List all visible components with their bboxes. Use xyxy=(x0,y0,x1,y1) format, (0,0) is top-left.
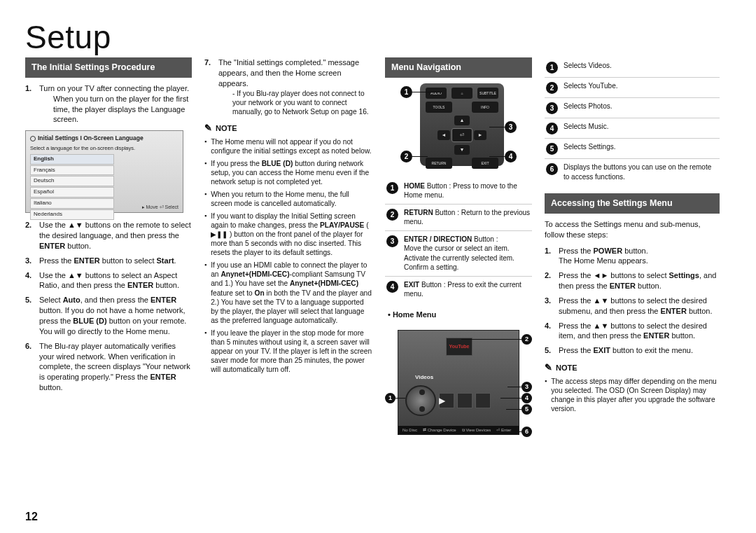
dpad-right-icon: ► xyxy=(474,130,486,140)
callout-4: 4 xyxy=(505,151,517,162)
step-text: The "Initial settings completed." messag… xyxy=(218,58,359,88)
note-item: If you leave the player in the stop mode… xyxy=(204,328,372,374)
remote-desc-row: 4EXIT Button : Press to exit the current… xyxy=(385,277,532,303)
home-menu-heading: • Home Menu xyxy=(388,310,532,320)
page-title: Setup xyxy=(25,18,731,56)
step-6: 6.The Blu-ray player automatically verif… xyxy=(25,341,192,393)
note-icon: ✎ xyxy=(545,361,552,374)
note-label: NOTE xyxy=(556,363,578,373)
home-strip xyxy=(405,384,512,417)
legend-number: 4 xyxy=(546,123,558,134)
step-text: Press the ◄► buttons to select Settings,… xyxy=(559,270,720,291)
home-screen-mock: YouTube Videos ▶ No Disc ⇄ Change Device… xyxy=(398,330,519,435)
callout-1: 1 xyxy=(400,86,412,98)
language-screenshot: Initial Settings I On-Screen LanguageSel… xyxy=(25,130,183,213)
callout-2: 2 xyxy=(400,151,412,162)
lang-option: Español xyxy=(30,187,114,198)
callout-3: 3 xyxy=(505,121,517,133)
bar-view: ⧉ View Devices xyxy=(462,427,491,433)
lang-option: Deutsch xyxy=(30,176,114,186)
dpad-down-icon: ▼ xyxy=(454,145,470,155)
note-label: NOTE xyxy=(216,123,237,134)
col-initial-settings: The Initial Settings Procedure 1.Turn on… xyxy=(25,57,192,446)
access-step-3: 3.Press the ▲▼ buttons to select the des… xyxy=(545,296,720,317)
step-subtext: - If you Blu-ray player does not connect… xyxy=(232,89,372,117)
desc-text: EXIT Button : Press to exit the current … xyxy=(404,280,531,299)
note-heading-2: ✎ NOTE xyxy=(545,361,720,374)
desc-number: 4 xyxy=(386,281,398,293)
legend-row: 2Selects YouTube. xyxy=(545,78,720,98)
desc-text: HOME Button : Press to move to the Home … xyxy=(404,181,531,200)
desc-number: 1 xyxy=(386,182,398,194)
step-number: 5. xyxy=(25,295,35,336)
note-item: If you want to display the Initial Setti… xyxy=(204,212,372,257)
legend-row: 5Selects Settings. xyxy=(545,139,720,159)
step-text: Press the EXIT button to exit the menu. xyxy=(559,345,693,356)
videos-label: Videos xyxy=(415,374,433,382)
note-heading: ✎ NOTE xyxy=(204,122,372,134)
step-2: 2.Use the ▲▼ buttons on the remote to se… xyxy=(25,220,192,251)
band-initial-settings: The Initial Settings Procedure xyxy=(25,57,192,78)
notes-list: The Home menu will not appear if you do … xyxy=(204,137,372,374)
band-accessing-settings: Accessing the Settings Menu xyxy=(545,193,720,214)
col-accessing-settings: 1Selects Videos.2Selects YouTube.3Select… xyxy=(545,57,720,446)
step-number: 1. xyxy=(25,83,35,125)
dpad-up-icon: ▲ xyxy=(454,116,470,125)
step-text: Press the ENTER button to select Start. xyxy=(39,256,176,265)
legend-text: Selects Music. xyxy=(564,122,608,132)
step-number: 3. xyxy=(545,296,554,317)
settings-thumb xyxy=(475,393,491,408)
access-step-2: 2.Press the ◄► buttons to select Setting… xyxy=(545,270,720,291)
home-menu-diagram: YouTube Videos ▶ No Disc ⇄ Change Device… xyxy=(385,323,532,446)
legend-number: 2 xyxy=(546,82,558,94)
remote-btn-exit: EXIT xyxy=(472,158,498,169)
remote-diagram: AUDIO ⌂ SUBTITLE TOOLS INFO ▲ ▼ ◄ ► ⏎ xyxy=(399,83,518,171)
step-number: 3. xyxy=(25,256,35,266)
note-item: If you use an HDMI cable to connect the … xyxy=(204,261,372,324)
legend-row: 6Displays the buttons you can use on the… xyxy=(545,159,720,185)
remote-btn-info: INFO xyxy=(472,102,498,113)
legend-text: Selects Photos. xyxy=(564,102,612,111)
legend-text: Selects Videos. xyxy=(564,61,612,71)
home-legend: 1Selects Videos.2Selects YouTube.3Select… xyxy=(545,57,720,185)
lang-option: Français xyxy=(30,165,114,176)
remote-desc-row: 2RETURN Button : Return to the previous … xyxy=(385,205,532,231)
desc-text: ENTER / DIRECTION Button :Move the curso… xyxy=(404,235,514,272)
note-icon: ✎ xyxy=(204,122,212,134)
step-number: 2. xyxy=(545,270,554,291)
note-item: The access steps may differ depending on… xyxy=(545,377,720,413)
home-callout-3: 3 xyxy=(522,382,532,392)
access-step-4: 4.Press the ▲▼ buttons to select the des… xyxy=(545,321,720,342)
film-reel-icon xyxy=(405,385,436,416)
home-callout-5: 5 xyxy=(522,404,532,415)
lang-option: English xyxy=(30,154,114,165)
note-item: If you press the BLUE (D) button during … xyxy=(204,159,372,186)
step-number: 1. xyxy=(545,246,554,267)
dpad-left-icon: ◄ xyxy=(438,130,450,140)
columns: The Initial Settings Procedure 1.Turn on… xyxy=(25,57,731,446)
step-number: 4. xyxy=(545,321,554,342)
remote-row-bot: RETURN EXIT xyxy=(426,158,498,169)
accessing-steps-list: 1.Press the POWER button.The Home Menu a… xyxy=(545,246,720,357)
remote-btn-return: RETURN xyxy=(426,158,452,169)
legend-text: Selects Settings. xyxy=(564,142,615,152)
bar-nodisc: No Disc xyxy=(402,427,417,433)
step-number: 2. xyxy=(25,220,35,251)
step-text: The Blu-ray player automatically verifie… xyxy=(39,342,190,392)
step-text: Use the ▲▼ buttons to select an Aspect R… xyxy=(39,271,179,290)
lead-1 xyxy=(412,92,442,92)
remote-desc-list: 1HOME Button : Press to move to the Home… xyxy=(385,178,532,303)
access-step-5: 5.Press the EXIT button to exit the menu… xyxy=(545,345,720,356)
remote-desc-row: 1HOME Button : Press to move to the Home… xyxy=(385,178,532,205)
remote-desc-row: 3ENTER / DIRECTION Button :Move the curs… xyxy=(385,231,532,277)
step-text: Select Auto, and then press the ENTER bu… xyxy=(39,296,186,335)
remote-row-top: AUDIO ⌂ SUBTITLE xyxy=(426,88,498,99)
accessing-intro: To access the Settings menu and sub-menu… xyxy=(545,219,720,240)
step-4: 4.Use the ▲▼ buttons to select an Aspect… xyxy=(25,270,192,291)
step-number: 7. xyxy=(204,57,214,116)
notes-list-2: The access steps may differ depending on… xyxy=(545,377,720,413)
legend-number: 6 xyxy=(546,163,558,175)
legend-text: Selects YouTube. xyxy=(564,81,617,91)
step-5: 5.Select Auto, and then press the ENTER … xyxy=(25,295,192,336)
remote-row-mid: TOOLS INFO xyxy=(426,102,498,113)
